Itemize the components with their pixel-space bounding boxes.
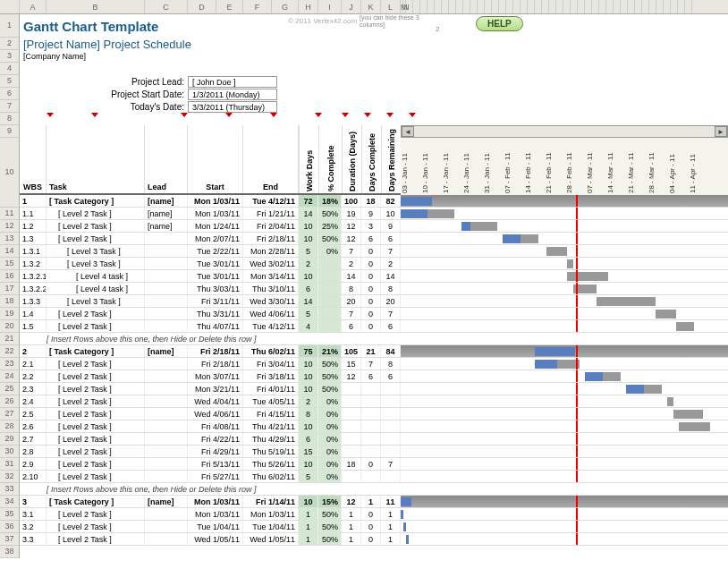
cell-lead: [name] xyxy=(145,496,188,507)
page-title: Gantt Chart Template xyxy=(20,19,158,34)
table-row[interactable]: 1.3.2.2[ Level 4 task ]Thu 3/03/11Thu 3/… xyxy=(20,283,728,295)
cell-days-remaining: 10 xyxy=(381,208,401,219)
cell-days-remaining xyxy=(381,471,401,482)
table-row[interactable]: 1.3.1[ Level 3 Task ]Tue 2/22/11Mon 2/28… xyxy=(20,245,728,258)
cell-lead xyxy=(145,370,188,382)
cell-end: Mon 1/03/11 xyxy=(243,508,299,520)
cell-wbs: 1.1 xyxy=(20,208,47,219)
cell-wbs: 3.3 xyxy=(20,533,47,545)
cell-start: Fri 5/27/11 xyxy=(188,471,243,482)
table-row[interactable]: 2.9[ Level 2 Task ]Fri 5/13/11Thu 5/26/1… xyxy=(20,458,728,471)
cell-task: [ Level 2 Task ] xyxy=(47,320,145,332)
cell-work-days: 5 xyxy=(299,471,318,482)
help-button[interactable]: HELP xyxy=(476,16,523,31)
project-start-label: Project Start Date: xyxy=(20,89,188,99)
table-row[interactable]: 3.3[ Level 2 Task ]Wed 1/05/11Wed 1/05/1… xyxy=(20,533,728,546)
cell-days-remaining: 11 xyxy=(381,496,401,507)
cell-wbs: 1.3.2.2 xyxy=(20,283,47,294)
cell-start: Mon 2/07/11 xyxy=(188,233,243,244)
cell-days-complete xyxy=(361,433,381,445)
table-row[interactable]: 1.3[ Level 2 Task ]Mon 2/07/11Fri 2/18/1… xyxy=(20,233,728,245)
cell-start: Thu 3/03/11 xyxy=(188,283,243,294)
cell-end: Thu 5/26/11 xyxy=(243,458,299,470)
table-row[interactable]: 2.2[ Level 2 Task ]Mon 3/07/11Fri 3/18/1… xyxy=(20,370,728,383)
cell-lead xyxy=(145,408,188,420)
cell-duration xyxy=(342,395,361,407)
project-lead-value[interactable]: [ John Doe ] xyxy=(188,76,277,88)
comment-indicators-row xyxy=(20,113,728,125)
project-start-value[interactable]: 1/3/2011 (Monday) xyxy=(188,89,277,100)
header-wbs: WBS xyxy=(20,125,47,193)
gantt-cell xyxy=(401,533,728,545)
cell-duration: 12 xyxy=(342,233,361,244)
table-row[interactable]: 1.3.3[ Level 3 Task ]Fri 3/11/11Wed 3/30… xyxy=(20,295,728,308)
gantt-cell xyxy=(401,345,728,357)
table-row[interactable]: 1.5[ Level 2 Task ]Thu 4/07/11Tue 4/12/1… xyxy=(20,320,728,333)
table-row[interactable]: 2.10[ Level 2 Task ]Fri 5/27/11Thu 6/02/… xyxy=(20,471,728,483)
scroll-left-icon[interactable]: ◄ xyxy=(402,126,414,137)
table-row[interactable]: 2.1[ Level 2 Task ]Fri 2/18/11Fri 3/04/1… xyxy=(20,358,728,370)
cell-pct-complete: 0% xyxy=(318,446,342,457)
cell-start: Tue 3/01/11 xyxy=(188,258,243,269)
table-row[interactable]: 3.1[ Level 2 Task ]Mon 1/03/11Mon 1/03/1… xyxy=(20,508,728,521)
cell-pct-complete xyxy=(318,270,342,282)
cell-duration: 19 xyxy=(342,208,361,219)
cell-work-days: 6 xyxy=(299,433,318,445)
table-row[interactable]: 1.4[ Level 2 Task ]Thu 3/31/11Wed 4/06/1… xyxy=(20,308,728,320)
table-row[interactable]: 2.6[ Level 2 Task ]Fri 4/08/11Thu 4/21/1… xyxy=(20,420,728,433)
cell-days-complete: 1 xyxy=(361,496,381,507)
table-row[interactable]: 1.2[ Level 2 Task ][name]Mon 1/24/11Fri … xyxy=(20,220,728,233)
cell-task: [ Level 2 Task ] xyxy=(47,370,145,382)
cell-start: Thu 3/31/11 xyxy=(188,308,243,319)
table-row[interactable]: 2.5[ Level 2 Task ]Wed 4/06/11Fri 4/15/1… xyxy=(20,408,728,420)
table-row[interactable]: 3[ Task Category ][name]Mon 1/03/11Fri 1… xyxy=(20,496,728,508)
today-date-value[interactable]: 3/3/2011 (Thursday) xyxy=(188,101,277,113)
cell-duration xyxy=(342,471,361,482)
table-row[interactable]: 2.3[ Level 2 Task ]Mon 3/21/11Fri 4/01/1… xyxy=(20,383,728,395)
cell-lead xyxy=(145,358,188,369)
cell-wbs: 2.2 xyxy=(20,370,47,382)
cell-wbs: 3.2 xyxy=(20,521,47,532)
cell-lead xyxy=(145,245,188,257)
cell-work-days: 1 xyxy=(299,508,318,520)
cell-duration: 6 xyxy=(342,320,361,332)
cell-duration: 1 xyxy=(342,533,361,545)
cell-pct-complete: 50% xyxy=(318,508,342,520)
cell-days-complete xyxy=(361,395,381,407)
cell-lead: [name] xyxy=(145,208,188,219)
cell-days-remaining xyxy=(381,446,401,457)
date-scrollbar[interactable]: ◄ ► xyxy=(401,125,728,138)
table-row[interactable]: 2.4[ Level 2 Task ]Wed 4/04/11Tue 4/05/1… xyxy=(20,395,728,408)
table-row[interactable]: 2[ Task Category ][name]Fri 2/18/11Thu 6… xyxy=(20,345,728,358)
scroll-right-icon[interactable]: ► xyxy=(715,126,727,137)
cell-start: Fri 4/22/11 xyxy=(188,433,243,445)
cell-end: Thu 3/10/11 xyxy=(243,283,299,294)
table-row[interactable]: 1.3.2.1[ Level 4 task ]Tue 3/01/11Mon 3/… xyxy=(20,270,728,283)
data-grid[interactable]: 1[ Task Category ][name]Mon 1/03/11Tue 4… xyxy=(20,195,728,546)
cell-days-complete: 0 xyxy=(361,245,381,257)
cell-lead: [name] xyxy=(145,195,188,207)
cell-pct-complete xyxy=(318,295,342,307)
gantt-cell xyxy=(401,195,728,207)
insert-row-hint: [ Insert Rows above this one, then Hide … xyxy=(20,483,728,496)
gantt-cell xyxy=(401,233,728,244)
table-row[interactable]: 1.1[ Level 2 Task ][name]Mon 1/03/11Fri … xyxy=(20,208,728,220)
cell-wbs: 1.3.3 xyxy=(20,295,47,307)
cell-days-remaining: 20 xyxy=(381,295,401,307)
cell-pct-complete: 50% xyxy=(318,383,342,395)
cell-duration: 105 xyxy=(342,345,361,357)
cell-start: Mon 3/21/11 xyxy=(188,383,243,395)
cell-days-complete: 0 xyxy=(361,283,381,294)
table-row[interactable]: 1.3.2[ Level 3 Task ]Tue 3/01/11Wed 3/02… xyxy=(20,258,728,270)
cell-start: Tue 3/01/11 xyxy=(188,270,243,282)
gantt-cell xyxy=(401,308,728,319)
table-row[interactable]: 2.7[ Level 2 Task ]Fri 4/22/11Thu 4/29/1… xyxy=(20,433,728,446)
cell-start: Wed 1/05/11 xyxy=(188,533,243,545)
table-row[interactable]: 2.8[ Level 2 Task ]Fri 4/29/11Thu 5/19/1… xyxy=(20,446,728,458)
table-row[interactable]: 1[ Task Category ][name]Mon 1/03/11Tue 4… xyxy=(20,195,728,208)
cell-work-days: 5 xyxy=(299,308,318,319)
cell-lead xyxy=(145,270,188,282)
cell-duration: 18 xyxy=(342,458,361,470)
table-row[interactable]: 3.2[ Level 2 Task ]Tue 1/04/11Tue 1/04/1… xyxy=(20,521,728,533)
gantt-cell xyxy=(401,320,728,332)
